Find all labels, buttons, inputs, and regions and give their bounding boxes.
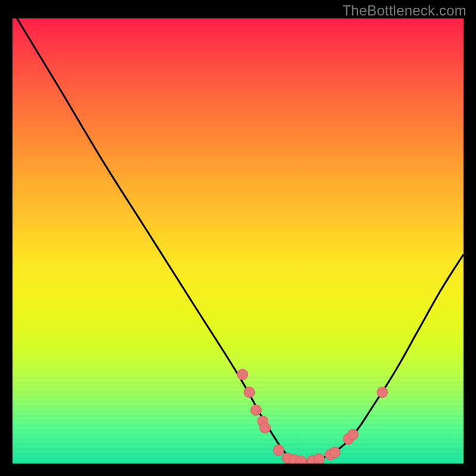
data-marker: [237, 369, 248, 380]
data-marker: [259, 422, 270, 433]
data-marker: [273, 445, 284, 456]
chart-svg: [12, 18, 464, 464]
chart-frame: TheBottleneck.com: [0, 0, 476, 476]
watermark-text: TheBottleneck.com: [342, 2, 466, 19]
plot-area: [12, 18, 464, 464]
data-marker: [314, 454, 324, 464]
markers-group: [237, 369, 388, 464]
data-marker: [347, 429, 358, 440]
data-marker: [250, 405, 261, 415]
data-marker: [244, 387, 255, 397]
data-marker: [330, 447, 340, 458]
bottleneck-curve: [17, 18, 464, 461]
data-marker: [377, 387, 388, 397]
data-marker: [296, 456, 306, 464]
